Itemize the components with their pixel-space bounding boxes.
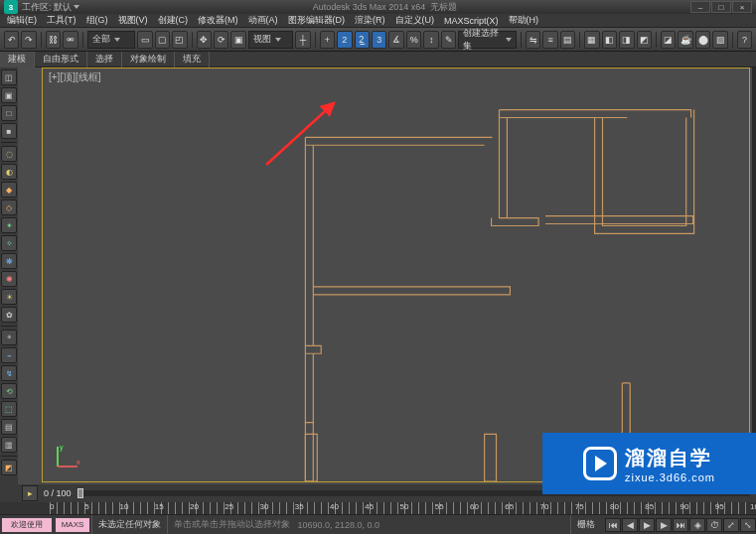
tab-modeling[interactable]: 建模: [0, 52, 35, 67]
undo-button[interactable]: ↶: [4, 31, 19, 49]
tool-icon-15[interactable]: ⌁: [1, 347, 17, 363]
tab-selection[interactable]: 选择: [87, 52, 122, 67]
maximize-button[interactable]: □: [711, 1, 731, 13]
time-config-button[interactable]: ⏱: [706, 518, 722, 532]
tool-icon-11[interactable]: ✺: [1, 271, 17, 287]
timeline-thumb[interactable]: [77, 488, 83, 498]
select-window-button[interactable]: ◰: [172, 31, 187, 49]
mirror-button[interactable]: ⇋: [526, 31, 540, 49]
tool-icon-20[interactable]: ▥: [1, 437, 17, 453]
chevron-down-icon: [114, 38, 120, 42]
nav-button-2[interactable]: ⤡: [740, 518, 756, 532]
tool-icon-18[interactable]: ⬚: [1, 401, 17, 417]
timeline-toggle-icon[interactable]: ▸: [22, 485, 38, 501]
move-button[interactable]: ✥: [197, 31, 212, 49]
tool-icon-19[interactable]: ▤: [1, 419, 17, 435]
status-grid: 栅格: [570, 515, 601, 534]
snap-toggle-2p5d[interactable]: 2̲: [355, 31, 370, 49]
tool-icon-12[interactable]: ☀: [1, 289, 17, 305]
render-button[interactable]: ☕: [678, 31, 692, 49]
link-button[interactable]: ⛓: [46, 31, 61, 49]
menu-help[interactable]: 帮助(H): [504, 14, 544, 27]
status-selection: 未选定任何对象: [91, 515, 167, 534]
spinner-snap-button[interactable]: ↕: [423, 31, 438, 49]
tool-icon-9[interactable]: ✧: [1, 235, 17, 251]
nav-button-1[interactable]: ⤢: [723, 518, 739, 532]
snap-toggle-3d[interactable]: 3: [372, 31, 386, 49]
tab-freeform[interactable]: 自由形式: [35, 52, 87, 67]
viewport-area: [+][顶][线框]: [18, 67, 752, 484]
ref-coord-combo[interactable]: 视图: [248, 31, 293, 49]
viewport-top[interactable]: [+][顶][线框]: [42, 67, 750, 482]
app-logo-icon[interactable]: 3: [4, 0, 18, 14]
tick-label: 30: [260, 502, 269, 511]
snap-toggle-2d[interactable]: 2: [337, 31, 352, 49]
selection-filter-combo[interactable]: 全部: [87, 31, 136, 49]
next-frame-button[interactable]: ▶: [656, 518, 672, 532]
menu-edit[interactable]: 编辑(E): [2, 14, 42, 27]
key-mode-button[interactable]: ◈: [689, 518, 705, 532]
tool-icon-4[interactable]: ◌: [1, 146, 17, 162]
help-button[interactable]: ?: [737, 31, 752, 49]
render-setup-button[interactable]: ◩: [637, 31, 652, 49]
tool-icon-2[interactable]: □: [1, 105, 17, 121]
select-rect-button[interactable]: ▢: [155, 31, 170, 49]
tool-icon-7[interactable]: ◇: [1, 200, 17, 215]
tool-icon-16[interactable]: ↯: [1, 365, 17, 381]
app-title: Autodesk 3ds Max 2014 x64 无标题: [79, 1, 690, 14]
align-button[interactable]: ≡: [542, 31, 557, 49]
left-tool-palette: ◫ ▣ □ ■ ◌ ◐ ◆ ◇ ✦ ✧ ❋ ✺ ☀ ✿ ⌖ ⌁ ↯ ⟲ ⬚ ▤ …: [0, 67, 18, 484]
tab-populate[interactable]: 填充: [175, 52, 210, 67]
menu-grapheditors[interactable]: 图形编辑器(D): [283, 14, 351, 27]
curve-editor-button[interactable]: ▦: [584, 31, 599, 49]
workspace-selector[interactable]: 工作区: 默认: [22, 1, 79, 14]
edit-named-sel-button[interactable]: ✎: [441, 31, 456, 49]
close-button[interactable]: ×: [732, 1, 752, 13]
tick-label: 45: [365, 502, 374, 511]
menu-maxscript[interactable]: MAXScript(X): [439, 16, 504, 26]
rotate-button[interactable]: ⟳: [214, 31, 228, 49]
status-maxscript[interactable]: MAXS: [56, 518, 89, 532]
prev-frame-button[interactable]: ◀: [622, 518, 638, 532]
tool-icon-13[interactable]: ✿: [1, 307, 17, 323]
play-button[interactable]: ▶: [639, 518, 655, 532]
tool-icon-1[interactable]: ▣: [1, 87, 17, 103]
menu-customize[interactable]: 自定义(U): [390, 14, 440, 27]
tool-icon-6[interactable]: ◆: [1, 182, 17, 198]
menu-create[interactable]: 创建(C): [153, 14, 194, 27]
unlink-button[interactable]: ⚮: [63, 31, 77, 49]
select-button[interactable]: ▭: [137, 31, 152, 49]
menu-tools[interactable]: 工具(T): [42, 14, 81, 27]
tool-icon-5[interactable]: ◐: [1, 164, 17, 180]
tool-icon-8[interactable]: ✦: [1, 217, 17, 233]
layer-manager-button[interactable]: ▤: [560, 31, 575, 49]
goto-start-button[interactable]: ⏮: [605, 518, 621, 532]
menu-rendering[interactable]: 渲染(R): [350, 14, 390, 27]
rendered-frame-button[interactable]: ◪: [661, 31, 676, 49]
redo-button[interactable]: ↷: [21, 31, 36, 49]
extra-button[interactable]: ▨: [712, 31, 727, 49]
render-prod-button[interactable]: ⬤: [695, 31, 710, 49]
angle-snap-button[interactable]: ∡: [388, 31, 403, 49]
menu-animation[interactable]: 动画(A): [243, 14, 283, 27]
timeline-ticks: 0510152025303540455055606570758085909510…: [0, 502, 756, 514]
named-selection-combo[interactable]: 创建选择集: [458, 31, 517, 49]
tool-icon-3[interactable]: ■: [1, 123, 17, 139]
tool-icon-10[interactable]: ❋: [1, 253, 17, 269]
plus-button[interactable]: +: [320, 31, 335, 49]
minimize-button[interactable]: –: [690, 1, 710, 13]
tab-objectpaint[interactable]: 对象绘制: [122, 52, 175, 67]
goto-end-button[interactable]: ⏭: [673, 518, 688, 532]
percent-snap-button[interactable]: %: [406, 31, 421, 49]
menu-group[interactable]: 组(G): [81, 14, 113, 27]
tool-icon-14[interactable]: ⌖: [1, 330, 17, 345]
tool-icon-0[interactable]: ◫: [1, 69, 17, 85]
schematic-view-button[interactable]: ◧: [602, 31, 617, 49]
tool-icon-17[interactable]: ⟲: [1, 383, 17, 399]
menu-views[interactable]: 视图(V): [113, 14, 153, 27]
material-editor-button[interactable]: ◨: [619, 31, 634, 49]
menu-modifiers[interactable]: 修改器(M): [193, 14, 243, 27]
scale-button[interactable]: ▣: [230, 31, 245, 49]
pivot-button[interactable]: ┼: [295, 31, 310, 49]
tool-icon-21[interactable]: ◩: [1, 460, 17, 475]
